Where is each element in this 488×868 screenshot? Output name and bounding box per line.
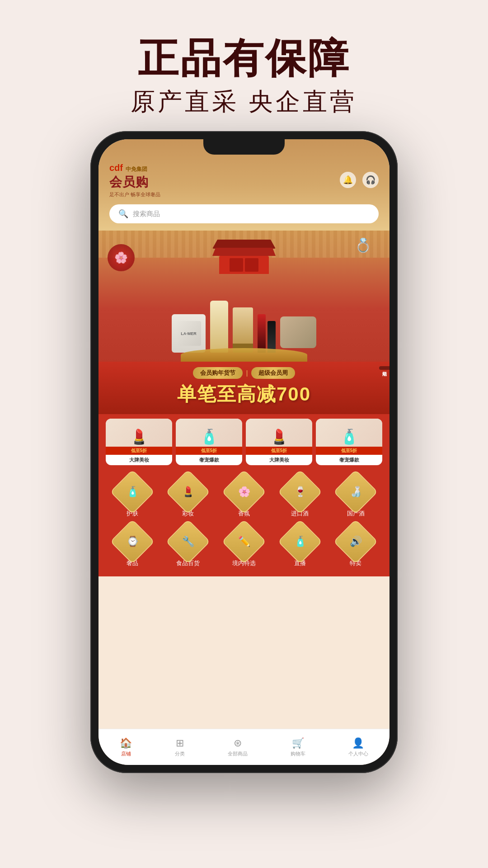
page-background: 正品有保障 原产直采 央企直营 cdf	[0, 0, 488, 868]
promo-separator: |	[246, 369, 248, 377]
header-title: 正品有保障	[0, 36, 488, 81]
notification-icon[interactable]: 🔔	[340, 172, 356, 188]
product-bottle1	[210, 301, 228, 353]
cat-icon: 🍶	[350, 486, 362, 498]
activity-side-tag[interactable]: 活动规则	[379, 366, 389, 370]
category-item-奢品[interactable]: ⌚ 奢品	[106, 526, 159, 567]
cat-icon: 🔧	[182, 536, 194, 547]
search-bar[interactable]: 🔍 搜索商品	[109, 204, 379, 223]
product-lamer: LA·MER	[172, 314, 206, 353]
category-item-进口酒[interactable]: 🍷 进口酒	[273, 476, 327, 518]
product-bag	[280, 316, 316, 348]
tile-badge: 低至5折	[106, 447, 172, 455]
header-icons: 🔔 🎧	[340, 172, 379, 188]
cat-icon-box: 🍷	[277, 470, 322, 514]
phone-notch	[203, 139, 285, 155]
nav-icon: ⊛	[234, 737, 242, 749]
phone-wrapper: cdf 中免集团 会员购 足不出户 畅享全球奢品 🔔 🎧	[90, 131, 398, 773]
tile-desc: 奢宠爆款	[176, 455, 242, 465]
cat-icon-box: 🔊	[333, 519, 378, 564]
category-item-彩妆[interactable]: 💄 彩妆	[162, 476, 215, 518]
product-tile[interactable]: 💄 低至5折 大牌美妆	[246, 419, 312, 465]
nav-item-购物车[interactable]: 🛒 购物车	[291, 737, 305, 757]
product-lipstick	[258, 314, 276, 353]
category-section-1: 🧴 护肤 💄 彩妆 🌸 香氛 🍷 进口酒 🍶 国产酒	[99, 470, 389, 526]
cat-icon: 💄	[182, 486, 194, 498]
category-item-国产酒[interactable]: 🍶 国产酒	[329, 476, 382, 518]
product-tile[interactable]: 🧴 低至5折 奢宠爆款	[316, 419, 382, 465]
tile-image: 🧴 低至5折	[316, 419, 382, 455]
product-platform	[181, 348, 307, 362]
tile-image: 💄 低至5折	[246, 419, 312, 455]
cat-icon-box: 🔧	[166, 519, 211, 564]
product-tile[interactable]: 🧴 低至5折 奢宠爆款	[176, 419, 242, 465]
rose-ornament: 🌸	[108, 244, 135, 271]
cat-icon-box: 🌸	[221, 470, 266, 514]
banner-products: LA·MER	[99, 301, 389, 353]
nav-label: 个人中心	[348, 750, 368, 757]
cat-icon-box: ✏️	[221, 519, 266, 564]
nav-item-个人中心[interactable]: 👤 个人中心	[348, 737, 368, 757]
cat-icon: 🧴	[126, 486, 138, 498]
product-perfume	[233, 307, 253, 353]
search-placeholder-text: 搜索商品	[133, 210, 160, 218]
nav-item-分类[interactable]: ⊞ 分类	[175, 737, 185, 757]
tile-desc: 大牌美妆	[106, 455, 172, 465]
product-tile[interactable]: 💄 低至5折 大牌美妆	[106, 419, 172, 465]
cat-icon-box: 💄	[166, 470, 211, 514]
promo-banner: 会员购年货节 | 超级会员周 单笔至高减700 活动规则	[99, 362, 389, 414]
logo-tagline-text: 足不出户 畅享全球奢品	[109, 191, 160, 198]
tile-desc: 大牌美妆	[246, 455, 312, 465]
app-scroll[interactable]: cdf 中免集团 会员购 足不出户 畅享全球奢品 🔔 🎧	[99, 139, 389, 729]
nav-icon: 🏠	[120, 737, 132, 749]
tile-badge: 低至5折	[316, 447, 382, 455]
cat-icon-box: ⌚	[110, 519, 155, 564]
cat-icon-box: 🧴	[277, 519, 322, 564]
bottom-nav: 🏠 店铺 ⊞ 分类 ⊛ 全部商品 🛒 购物车 👤 个人中心	[99, 729, 389, 765]
app-content: cdf 中免集团 会员购 足不出户 畅享全球奢品 🔔 🎧	[99, 139, 389, 765]
headset-icon[interactable]: 🎧	[362, 172, 379, 188]
nav-item-全部商品[interactable]: ⊛ 全部商品	[228, 737, 248, 757]
promo-main-text: 单笔至高减700	[108, 382, 380, 407]
category-item-护肤[interactable]: 🧴 护肤	[106, 476, 159, 518]
nav-label: 全部商品	[228, 750, 248, 757]
cat-icon: 🔊	[350, 536, 362, 547]
cat-icon: 🍷	[294, 486, 306, 498]
category-item-食品百货[interactable]: 🔧 食品百货	[162, 526, 215, 567]
promo-tag2: 超级会员周	[251, 367, 295, 379]
search-icon: 🔍	[118, 209, 128, 219]
product-tiles-section: 💄 低至5折 大牌美妆 🧴 低至5折 奢宠爆款 💄 低至5折 大牌美妆 🧴 低至…	[99, 414, 389, 470]
nav-item-店铺[interactable]: 🏠 店铺	[120, 737, 132, 757]
phone-screen: cdf 中免集团 会员购 足不出户 畅享全球奢品 🔔 🎧	[99, 139, 389, 765]
nav-label: 分类	[175, 750, 185, 757]
tile-badge: 低至5折	[176, 447, 242, 455]
nav-label: 店铺	[121, 750, 131, 757]
phone-frame: cdf 中免集团 会员购 足不出户 畅享全球奢品 🔔 🎧	[90, 131, 398, 773]
cat-icon: 🌸	[238, 486, 250, 498]
cat-icon: ⌚	[126, 536, 138, 547]
category-section-2: ⌚ 奢品 🔧 食品百货 ✏️ 境内特选 🧴 直播 🔊 特卖	[99, 526, 389, 576]
temple-decoration	[212, 240, 276, 274]
nav-label: 购物车	[291, 750, 305, 757]
cat-icon: 🧴	[294, 536, 306, 547]
category-item-香氛[interactable]: 🌸 香氛	[217, 476, 271, 518]
category-item-境内特选[interactable]: ✏️ 境内特选	[217, 526, 271, 567]
nav-icon: 👤	[352, 737, 364, 749]
tile-desc: 奢宠爆款	[316, 455, 382, 465]
tile-image: 💄 低至5折	[106, 419, 172, 455]
tile-badge: 低至5折	[246, 447, 312, 455]
nav-icon: ⊞	[176, 737, 184, 749]
banner-area: 🌸 💍 LA·MER	[99, 231, 389, 362]
category-item-特卖[interactable]: 🔊 特卖	[329, 526, 382, 567]
header-subtitle: 原产直采 央企直营	[0, 85, 488, 118]
cat-icon: ✏️	[238, 536, 250, 547]
category-item-直播[interactable]: 🧴 直播	[273, 526, 327, 567]
app-logo: cdf 中免集团 会员购 足不出户 畅享全球奢品	[109, 162, 160, 198]
tile-image: 🧴 低至5折	[176, 419, 242, 455]
cat-icon-box: 🍶	[333, 470, 378, 514]
logo-cdf-text: cdf 中免集团	[109, 162, 160, 174]
gold-decoration: 💍	[355, 237, 371, 253]
page-header: 正品有保障 原产直采 央企直营	[0, 0, 488, 137]
cat-icon-box: 🧴	[110, 470, 155, 514]
promo-tag1: 会员购年货节	[193, 367, 243, 379]
